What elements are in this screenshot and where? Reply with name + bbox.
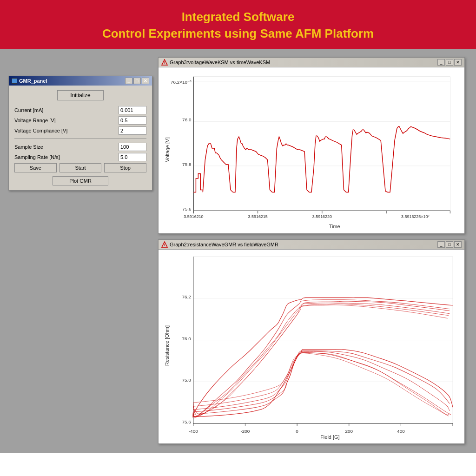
voltage-range-row: Voltage Range [V] bbox=[14, 116, 146, 125]
gmr-panel-titlebar[interactable]: GMR_panel _ □ ✕ bbox=[9, 76, 152, 86]
svg-text:3.5916225×10⁹: 3.5916225×10⁹ bbox=[401, 214, 430, 219]
graph-top-minimize[interactable]: _ bbox=[437, 59, 445, 66]
svg-text:76.2×10⁻³: 76.2×10⁻³ bbox=[171, 79, 192, 85]
panel-divider-1 bbox=[14, 139, 146, 139]
main-area: GMR_panel _ □ ✕ Initialize Current [mA] … bbox=[0, 49, 476, 453]
graph-top-title: Graph3:voltageWaveKSM vs timeWaveKSM bbox=[170, 60, 270, 65]
current-input[interactable] bbox=[119, 106, 146, 114]
svg-text:76.0: 76.0 bbox=[182, 336, 191, 341]
svg-text:75.8: 75.8 bbox=[182, 377, 191, 383]
action-buttons-row: Save Start Stop bbox=[14, 163, 146, 172]
svg-text:400: 400 bbox=[397, 429, 405, 434]
plot-gmr-button[interactable]: Plot GMR bbox=[53, 176, 108, 185]
gmr-minimize-btn[interactable]: _ bbox=[125, 78, 132, 84]
start-button[interactable]: Start bbox=[60, 163, 102, 172]
svg-text:Field [G]: Field [G] bbox=[320, 434, 339, 440]
sample-size-label: Sample Size bbox=[14, 144, 119, 150]
graph-top-close[interactable]: ✕ bbox=[454, 59, 462, 66]
current-label: Current [mA] bbox=[14, 107, 119, 113]
graph-bottom-titlebar[interactable]: Graph2:resistanceWaveGMR vs fieldWaveGMR… bbox=[159, 240, 464, 250]
sampling-rate-label: Sampling Rate [N/s] bbox=[14, 154, 119, 160]
sampling-rate-row: Sampling Rate [N/s] bbox=[14, 153, 146, 161]
svg-text:76.2: 76.2 bbox=[182, 294, 191, 299]
svg-text:75.8: 75.8 bbox=[182, 162, 192, 167]
svg-text:Time: Time bbox=[329, 224, 340, 229]
svg-text:-400: -400 bbox=[189, 429, 198, 434]
svg-text:-200: -200 bbox=[240, 429, 250, 434]
svg-text:0: 0 bbox=[296, 429, 298, 434]
graph-bottom-plot: Resistance [Ohm] Field [G] 75.6 75.8 76.… bbox=[159, 250, 464, 442]
sampling-rate-input[interactable] bbox=[119, 153, 146, 161]
graph-bottom-close[interactable]: ✕ bbox=[454, 241, 462, 248]
graph-bottom-svg: Resistance [Ohm] Field [G] 75.6 75.8 76.… bbox=[159, 250, 464, 442]
graph-bottom-window: Graph2:resistanceWaveGMR vs fieldWaveGMR… bbox=[158, 239, 465, 444]
voltage-compliance-input[interactable] bbox=[119, 126, 146, 135]
graph-bottom-minimize[interactable]: _ bbox=[437, 241, 445, 248]
gmr-panel-controls: _ □ ✕ bbox=[125, 78, 149, 84]
svg-text:Resistance [Ohm]: Resistance [Ohm] bbox=[164, 325, 170, 366]
svg-text:76.0: 76.0 bbox=[182, 117, 192, 122]
sample-size-input[interactable] bbox=[119, 143, 146, 151]
initialize-button[interactable]: Initialize bbox=[57, 90, 104, 100]
gmr-panel-content: Initialize Current [mA] Voltage Range [V… bbox=[9, 86, 152, 190]
stop-button[interactable]: Stop bbox=[104, 163, 146, 172]
graph-bottom-icon bbox=[161, 241, 168, 248]
graph-bottom-restore[interactable]: □ bbox=[446, 241, 453, 248]
current-row: Current [mA] bbox=[14, 106, 146, 114]
svg-text:Voltage [V]: Voltage [V] bbox=[165, 137, 170, 162]
svg-text:3.5916210: 3.5916210 bbox=[184, 214, 203, 219]
header-banner: Integrated Software Control Experiments … bbox=[0, 0, 476, 49]
header-title: Integrated Software Control Experiments … bbox=[5, 8, 471, 42]
graph-top-restore[interactable]: □ bbox=[446, 59, 453, 66]
gmr-close-btn[interactable]: ✕ bbox=[142, 78, 149, 84]
graph-top-svg: Voltage [V] Time 75.6 75.8 76.0 76.2×10⁻… bbox=[159, 67, 464, 232]
graph-top-titlebar[interactable]: Graph3:voltageWaveKSM vs timeWaveKSM _ □… bbox=[159, 58, 464, 67]
gmr-panel-title: GMR_panel bbox=[19, 78, 47, 84]
voltage-range-input[interactable] bbox=[119, 116, 146, 125]
svg-text:3.5916220: 3.5916220 bbox=[312, 214, 332, 219]
svg-text:75.6: 75.6 bbox=[182, 206, 192, 212]
sample-size-row: Sample Size bbox=[14, 143, 146, 151]
graph-bottom-title: Graph2:resistanceWaveGMR vs fieldWaveGMR bbox=[170, 242, 278, 247]
save-button[interactable]: Save bbox=[14, 163, 57, 172]
gmr-panel: GMR_panel _ □ ✕ Initialize Current [mA] … bbox=[8, 76, 152, 191]
voltage-compliance-row: Voltage Compliance [V] bbox=[14, 126, 146, 135]
svg-rect-4 bbox=[193, 77, 450, 211]
graph-top-plot: Voltage [V] Time 75.6 75.8 76.0 76.2×10⁻… bbox=[159, 67, 464, 232]
graph-top-icon bbox=[161, 59, 168, 66]
gmr-restore-btn[interactable]: □ bbox=[133, 78, 141, 84]
svg-text:200: 200 bbox=[345, 429, 353, 434]
svg-text:75.6: 75.6 bbox=[182, 419, 191, 424]
voltage-range-label: Voltage Range [V] bbox=[14, 118, 119, 123]
graph-top-window: Graph3:voltageWaveKSM vs timeWaveKSM _ □… bbox=[158, 57, 465, 234]
svg-text:3.5916215: 3.5916215 bbox=[248, 214, 268, 219]
voltage-compliance-label: Voltage Compliance [V] bbox=[14, 128, 119, 133]
gmr-panel-icon bbox=[12, 78, 17, 84]
